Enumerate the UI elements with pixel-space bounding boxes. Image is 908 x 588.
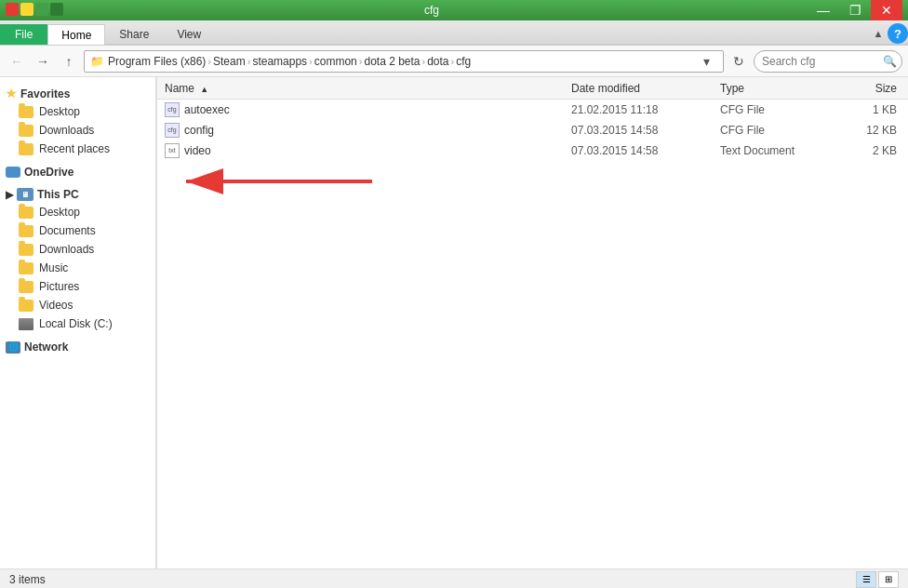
sidebar-item-thispc-downloads[interactable]: Downloads [9, 240, 155, 259]
network-icon: 🌐 [6, 341, 20, 354]
folder-icon-videos [19, 300, 33, 312]
sidebar-group-network[interactable]: 🌐 Network [0, 337, 155, 355]
title-icon-yellow [20, 3, 33, 16]
thispc-label: This PC [37, 188, 79, 201]
title-buttons: — ❐ ✕ [808, 0, 902, 20]
back-button[interactable]: ← [6, 50, 28, 73]
file-date-autoexec: 21.02.2015 11:18 [564, 103, 713, 116]
sidebar-label-thispc-downloads: Downloads [39, 243, 94, 256]
address-bar[interactable]: 📁 Program Files (x86) › Steam › steamapp… [84, 50, 724, 73]
file-date-video: 07.03.2015 14:58 [564, 144, 713, 157]
dropdown-button[interactable]: ▾ [695, 50, 717, 73]
title-bar: cfg — ❐ ✕ [0, 0, 908, 20]
status-bar: 3 items ☰ ⊞ [0, 568, 908, 588]
up-button[interactable]: ↑ [58, 50, 80, 73]
sidebar-item-music[interactable]: Music [9, 259, 155, 277]
sidebar-thispc-children: Desktop Documents Downloads Music [0, 203, 155, 333]
help-button[interactable]: ? [888, 23, 908, 44]
col-header-name[interactable]: Name ▲ [157, 82, 564, 95]
file-list: cfg autoexec 21.02.2015 11:18 CFG File 1… [157, 100, 908, 568]
ribbon-tabs: File Home Share View ▲ ? [0, 20, 908, 45]
sidebar-item-documents[interactable]: Documents [9, 221, 155, 240]
sidebar-label-downloads: Downloads [39, 124, 94, 137]
sidebar-label-thispc-desktop: Desktop [39, 206, 80, 219]
file-name-autoexec: cfg autoexec [157, 102, 564, 117]
tab-share[interactable]: Share [105, 23, 163, 44]
sidebar-label-music: Music [39, 261, 68, 274]
view-tiles-button[interactable]: ⊞ [878, 571, 899, 588]
main-layout: ★ Favorites Desktop Downloads Recent pla… [0, 77, 908, 568]
sidebar-item-desktop[interactable]: Desktop [9, 102, 155, 121]
onedrive-icon [6, 167, 20, 178]
tab-file[interactable]: File [0, 24, 47, 45]
breadcrumb-dota: dota [427, 55, 448, 68]
sidebar-label-documents: Documents [39, 224, 96, 237]
breadcrumb-steam: Steam [213, 55, 246, 68]
thispc-icon: 🖥 [17, 188, 33, 201]
breadcrumb-folder-icon: 📁 [90, 55, 104, 68]
folder-icon-music [19, 262, 33, 274]
title-icon-dark [50, 3, 63, 16]
sidebar-label-localdisk: Local Disk (C:) [39, 317, 113, 330]
sidebar-item-pictures[interactable]: Pictures [9, 277, 155, 296]
sidebar: ★ Favorites Desktop Downloads Recent pla… [0, 77, 156, 568]
title-bar-icons [6, 3, 63, 16]
sidebar-group-thispc[interactable]: ▶ 🖥 This PC [0, 184, 155, 203]
sort-arrow-name: ▲ [200, 85, 208, 94]
file-row-config[interactable]: cfg config 07.03.2015 14:58 CFG File 12 … [157, 120, 908, 140]
restore-button[interactable]: ❐ [839, 0, 871, 20]
sidebar-item-recent[interactable]: Recent places [9, 140, 155, 158]
file-name-video: txt video [157, 143, 564, 158]
breadcrumb-programfiles: Program Files (x86) [108, 55, 206, 68]
search-icon[interactable]: 🔍 [883, 55, 897, 68]
breadcrumb: Program Files (x86) › Steam › steamapps … [108, 55, 695, 68]
minimize-button[interactable]: — [808, 0, 839, 20]
sidebar-label-recent: Recent places [39, 142, 110, 155]
col-header-type[interactable]: Type [713, 82, 834, 95]
sidebar-label-videos: Videos [39, 299, 73, 312]
sidebar-item-downloads[interactable]: Downloads [9, 121, 155, 140]
favorites-label: Favorites [20, 87, 70, 100]
file-size-video: 2 KB [834, 144, 908, 157]
ribbon: File Home Share View ▲ ? [0, 20, 908, 46]
sidebar-item-videos[interactable]: Videos [9, 296, 155, 314]
refresh-button[interactable]: ↻ [728, 50, 750, 73]
content-area: Name ▲ Date modified Type Size [156, 77, 908, 568]
sidebar-group-favorites[interactable]: ★ Favorites [0, 83, 155, 102]
tab-view[interactable]: View [163, 23, 215, 44]
window-title: cfg [56, 4, 808, 17]
ribbon-collapse-button[interactable]: ▲ [869, 23, 888, 44]
title-icon-red [6, 3, 19, 16]
forward-button[interactable]: → [32, 50, 54, 73]
folder-icon-desktop [19, 106, 33, 118]
tab-home[interactable]: Home [47, 24, 105, 45]
view-buttons: ☰ ⊞ [856, 571, 899, 588]
sidebar-item-localdisk[interactable]: Local Disk (C:) [9, 314, 155, 333]
file-date-config: 07.03.2015 14:58 [564, 124, 713, 137]
favorites-icon: ★ [6, 87, 17, 100]
breadcrumb-steamapps: steamapps [252, 55, 307, 68]
folder-icon-thispc-desktop [19, 207, 33, 219]
folder-icon-documents [19, 225, 33, 237]
folder-icon-thispc-downloads [19, 244, 33, 256]
file-name-config: cfg config [157, 123, 564, 138]
sidebar-section-thispc: ▶ 🖥 This PC Desktop Documents D [0, 184, 155, 333]
onedrive-label: OneDrive [24, 166, 73, 179]
search-container: 🔍 [754, 50, 902, 73]
view-details-button[interactable]: ☰ [856, 571, 876, 588]
file-size-config: 12 KB [834, 124, 908, 137]
cfg-icon-config: cfg [165, 123, 180, 138]
file-size-autoexec: 1 KB [834, 103, 908, 116]
col-header-size[interactable]: Size [834, 82, 908, 95]
breadcrumb-dota2beta: dota 2 beta [364, 55, 420, 68]
address-bar-container: ← → ↑ 📁 Program Files (x86) › Steam › st… [0, 46, 908, 77]
search-input[interactable] [754, 50, 902, 73]
col-header-date[interactable]: Date modified [564, 82, 713, 95]
close-button[interactable]: ✕ [871, 0, 902, 20]
file-type-video: Text Document [713, 144, 834, 157]
txt-icon-video: txt [165, 143, 180, 158]
sidebar-group-onedrive[interactable]: OneDrive [0, 162, 155, 180]
sidebar-item-thispc-desktop[interactable]: Desktop [9, 203, 155, 221]
file-row-video[interactable]: txt video 07.03.2015 14:58 Text Document… [157, 140, 908, 161]
file-row-autoexec[interactable]: cfg autoexec 21.02.2015 11:18 CFG File 1… [157, 100, 908, 120]
